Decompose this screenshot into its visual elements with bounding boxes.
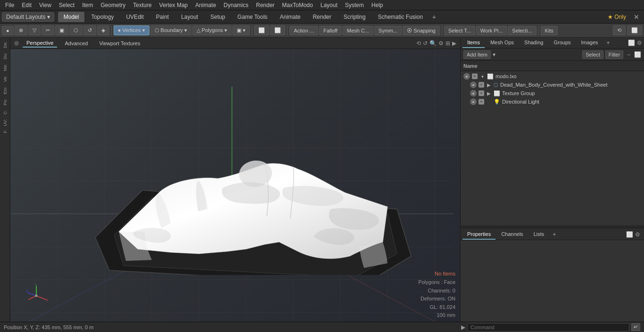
vp-ctrl-settings[interactable]: ⚙ [438,40,444,47]
prop-expand[interactable]: ⬜ [626,231,633,238]
tool-mode-sq[interactable]: ▣ ▾ [232,25,250,35]
layout-tab-scripting[interactable]: Scripting [338,12,372,22]
tool-tri[interactable]: ▽ [28,25,41,35]
tool-diamond[interactable]: ◈ [97,25,109,35]
menu-dynamics[interactable]: Dynamics [220,1,252,9]
prop-tab-lists[interactable]: Lists [529,229,549,240]
sidebar-item-pol[interactable]: Po: [2,97,8,107]
viewport-tab-advanced[interactable]: Advanced [61,40,91,47]
tool-hex[interactable]: ⬡ [69,25,83,35]
panel-tab-images[interactable]: Images [577,38,603,48]
layout-close[interactable]: ✕ [631,12,642,22]
tree-expand-light[interactable] [486,99,492,105]
vp-ctrl-zoom[interactable]: 🔍 [429,40,437,47]
tree-item-mesh[interactable]: ● + ▶ ⬡ Dead_Man_Body_Covered_with_White… [461,81,644,89]
menu-help[interactable]: Help [368,1,387,9]
menu-texture[interactable]: Texture [130,1,155,9]
sidebar-item-uv[interactable]: UV: [2,117,8,128]
tool-symm[interactable]: Symm... [374,26,402,35]
panel-add-item[interactable]: Add Item [463,50,491,59]
panel-filter-btn[interactable]: Filter [605,50,623,59]
sidebar-item-def[interactable]: De: [2,40,8,50]
menu-maxtomodo[interactable]: MaxToModo [279,1,316,9]
tree-item-light[interactable]: ● + 💡 Directional Light [461,97,644,106]
tree-vis-modo[interactable]: ● [463,73,470,80]
panel-minus[interactable]: – [627,51,630,58]
tool-selectt[interactable]: Select T... [444,26,475,35]
menu-system[interactable]: System [342,1,367,9]
command-input[interactable] [467,323,629,332]
menu-file[interactable]: File [2,1,17,9]
tool-rotate[interactable]: ↺ [83,25,96,35]
tool-view2[interactable]: ⬜ [627,25,642,35]
tool-meshc[interactable]: Mesh C... [343,26,373,35]
panel-add-chevron[interactable]: ▾ [493,51,495,58]
prop-settings[interactable]: ⚙ [635,231,640,238]
tree-expand-texture[interactable]: ▶ [486,91,492,96]
tool-sq2[interactable]: ⬜ [254,25,269,35]
prop-tab-properties[interactable]: Properties [462,229,495,240]
tree-vis-mesh[interactable]: ● [470,81,477,88]
layout-tab-animate[interactable]: Animate [274,12,306,22]
layout-tab-paint[interactable]: Paint [150,12,174,22]
panel-tab-items[interactable]: Items [462,38,485,48]
panel-expand2[interactable]: ⬜ [634,51,641,58]
tool-workpl[interactable]: Work Pl... [476,26,507,35]
viewport-dot[interactable] [14,41,19,46]
panel-tab-shading[interactable]: Shading [520,38,548,48]
tree-vis-light[interactable]: ● [470,98,477,105]
vp-ctrl-rotate[interactable]: ↺ [423,40,428,47]
layout-tab-gametools[interactable]: Game Tools [232,12,273,22]
sidebar-item-f[interactable]: F [2,129,8,135]
tool-action[interactable]: Action ... [289,26,318,35]
menu-vertexmap[interactable]: Vertex Map [156,1,191,9]
layout-tab-render[interactable]: Render [307,12,337,22]
tool-dot[interactable]: ● [2,26,14,35]
tool-vertices[interactable]: ● Vertices ▾ [114,25,149,35]
menu-item[interactable]: Item [79,1,96,9]
panel-tab-meshops[interactable]: Mesh Ops [486,38,519,48]
panel-select-btn[interactable]: Select [582,50,603,59]
tool-boundary[interactable]: ⬡ Boundary ▾ [150,25,191,35]
layout-tab-layout[interactable]: Layout [175,12,204,22]
menu-geometry[interactable]: Geometry [98,1,129,9]
tree-vis-texture[interactable]: ● [470,90,477,97]
tree-expand-modo[interactable]: ▾ [479,74,485,79]
tree-scrollbar-bottom[interactable] [461,225,644,227]
layout-tab-add[interactable]: + [429,11,439,23]
panel-tab-add[interactable]: + [604,38,613,48]
vp-ctrl-grid[interactable]: ⊞ [446,40,450,47]
tool-falloff[interactable]: Falloff [319,26,342,35]
tool-selecti[interactable]: Selecti... [508,26,536,35]
panel-settings[interactable]: ⚙ [637,40,642,46]
tool-kits[interactable]: Kits [541,26,558,35]
tool-globe[interactable]: ⊕ [15,25,27,35]
sidebar-item-c[interactable]: C: [2,108,8,116]
layout-dropdown[interactable]: Default Layouts ▾ [2,12,54,22]
sidebar-item-ver[interactable]: Ve: [2,74,8,84]
tree-item-texture[interactable]: ● + ▶ ⬜ Texture Group [461,89,644,97]
menu-edit[interactable]: Edit [18,1,35,9]
sidebar-item-em[interactable]: Em: [2,85,8,96]
panel-tab-groups[interactable]: Groups [549,38,575,48]
scene-tree[interactable]: ● + ▾ ⬜ modo.lxo ● + ▶ ⬡ Dead_Man_Body_C… [461,71,644,225]
layout-tab-uvedit[interactable]: UVEdit [120,12,149,22]
vp-ctrl-play[interactable]: ▶ [452,40,456,47]
sidebar-item-dup[interactable]: Du: [2,51,8,61]
command-submit[interactable]: ↵ [631,323,640,331]
panel-expand[interactable]: ⬜ [628,40,635,46]
tool-polygons[interactable]: △ Polygons ▾ [192,25,231,35]
canvas-area[interactable]: X Y Z No Items Polygons : Face Channels:… [10,49,460,322]
prop-tab-add[interactable]: + [550,229,559,240]
menu-layout[interactable]: Layout [317,1,341,9]
tool-sq1[interactable]: ▣ [55,25,68,35]
sidebar-item-me[interactable]: Me: [2,62,8,73]
tool-snapping[interactable]: ⦿ Snapping [403,26,440,35]
tree-item-modo[interactable]: ● + ▾ ⬜ modo.lxo [461,72,644,81]
menu-render[interactable]: Render [253,1,278,9]
menu-animate[interactable]: Animate [192,1,219,9]
menu-select[interactable]: Select [56,1,78,9]
tool-rotate2[interactable]: ⟲ [613,25,626,35]
tool-sq3[interactable]: ⬜ [270,25,285,35]
viewport-tab-textures[interactable]: Viewport Textures [95,40,144,47]
